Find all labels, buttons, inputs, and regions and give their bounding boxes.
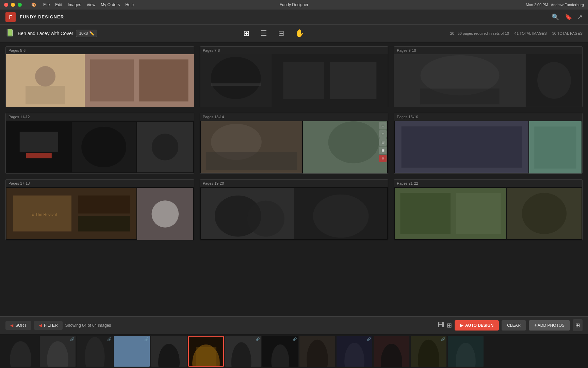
mac-minimize[interactable] (11, 3, 15, 7)
page-13-14-label: Pages 13-14 (200, 113, 388, 121)
svg-point-18 (537, 62, 571, 99)
film-thumb-2[interactable]: 🔗 ★★★★★ ♥ (40, 336, 76, 367)
page-9-10-content[interactable] (394, 54, 582, 107)
overlay-grid-icon[interactable]: ⊞ (379, 138, 387, 146)
link-icon-10: 🔗 (367, 337, 371, 341)
svg-rect-6 (85, 107, 194, 107)
page-9-10: Pages 9-10 (394, 46, 583, 107)
page-5-6-content[interactable] (6, 54, 194, 107)
menu-edit[interactable]: Edit (55, 2, 62, 7)
sort-arrow-icon: ◀ (10, 323, 13, 328)
film-thumb-9[interactable]: ★★★★★ ♥ (299, 336, 335, 367)
total-pages-text: 30 TOTAL PAGES (552, 31, 583, 35)
film-thumb-12[interactable]: 🔗 ★★★★★ ♥ (411, 336, 446, 367)
thumb-2-image: 🔗 (40, 336, 76, 367)
auto-design-button[interactable]: ▶ AUTO DESIGN (455, 320, 499, 331)
svg-rect-12 (283, 62, 324, 99)
main-canvas: Pages 5-6 (0, 42, 588, 316)
film-thumb-5[interactable]: ★★★★★ ♥ (151, 336, 187, 367)
svg-rect-36 (402, 126, 522, 168)
svg-rect-38 (535, 126, 576, 168)
design-view-icon[interactable]: ⊞ (243, 29, 249, 38)
clear-button[interactable]: CLEAR (502, 320, 526, 331)
svg-rect-45 (78, 216, 130, 231)
menu-orders[interactable]: My Orders (101, 2, 120, 7)
mac-time: Mon 2:09 PM (526, 3, 548, 7)
page-19-20-label: Pages 19-20 (200, 180, 388, 187)
list-view-icon[interactable]: ☰ (260, 29, 267, 38)
film-thumb-4[interactable]: 🔗 ★★★★★ ♥ (114, 336, 150, 367)
page-19-20-content[interactable] (200, 187, 388, 240)
filmstrip-icon[interactable]: 🎞 (438, 322, 444, 329)
page-13-14-content[interactable]: ⊕ ⊙ ⊞ ⊟ ✕ (200, 121, 388, 173)
sort-button[interactable]: ◀ SORT (5, 321, 31, 330)
toolbar-stats: 20 - 50 pages required in sets of 10 41 … (450, 31, 583, 35)
menu-view[interactable]: View (86, 2, 95, 7)
drag-icon[interactable]: ✋ (295, 29, 304, 38)
project-name: Ben and Lacey with Cover (18, 31, 73, 36)
overlay-expand-icon[interactable]: ⊕ (379, 122, 387, 129)
svg-point-27 (152, 134, 178, 160)
film-thumb-3[interactable]: 🔗 ★★★★★ ♥ (77, 336, 113, 367)
svg-rect-54 (401, 193, 451, 234)
overlay-layout-icon[interactable]: ⊟ (379, 147, 387, 154)
svg-rect-55 (456, 193, 501, 234)
thumb-6-image (189, 337, 223, 367)
svg-rect-23 (26, 153, 52, 158)
bottom-center-icons: Showing 64 of 64 images (65, 323, 111, 328)
mac-close[interactable] (4, 3, 8, 7)
filter-button[interactable]: ◀ FILTER (34, 321, 62, 330)
svg-point-32 (328, 121, 379, 163)
film-thumb-1[interactable]: ★★★★★ ♥ (3, 336, 38, 367)
menu-file[interactable]: File (43, 2, 50, 7)
film-thumb-8[interactable]: 🔗 ★★★★★ ♥ (262, 336, 298, 367)
size-selector[interactable]: 10x8 ✏️ (76, 30, 97, 37)
svg-point-50 (247, 201, 284, 237)
svg-point-1 (35, 66, 55, 87)
svg-point-25 (82, 127, 127, 167)
thumb-9-image (299, 336, 335, 367)
page-15-16-content[interactable] (394, 121, 582, 173)
grid-view-button[interactable]: ⊞ (573, 319, 583, 331)
overlay-close-icon[interactable]: ✕ (379, 155, 387, 162)
film-thumb-13[interactable]: ★★★★★ ♥ (448, 336, 484, 367)
thumb-10-image: 🔗 (337, 336, 372, 367)
page-7-8: Pages 7-8 (200, 46, 389, 107)
page-7-8-label: Pages 7-8 (200, 47, 388, 54)
page-5-6-label: Pages 5-6 (6, 47, 194, 54)
thumb-13-image (448, 336, 484, 367)
page-7-8-content[interactable] (200, 54, 388, 107)
bookmark-icon[interactable]: 🔖 (565, 13, 572, 21)
page-15-16: Pages 15-16 (394, 113, 583, 174)
pages-required-text: 20 - 50 pages required in sets of 10 (450, 31, 509, 35)
thumb-8-image: 🔗 (262, 336, 298, 367)
page-21-22-content[interactable] (394, 187, 582, 240)
film-thumb-6[interactable]: ★★★★★ ♥ (188, 336, 224, 367)
project-book-icon: 📗 (5, 29, 15, 38)
mac-maximize[interactable] (18, 3, 22, 7)
svg-point-52 (313, 195, 369, 238)
image-count: Showing 64 of 64 images (65, 323, 111, 328)
search-icon[interactable]: 🔍 (552, 13, 559, 21)
mosaic-icon[interactable]: ⊞ (447, 322, 452, 329)
window-title: Fundy Designer (280, 2, 309, 7)
menu-help[interactable]: Help (125, 2, 134, 7)
export-icon[interactable]: ↗ (577, 13, 583, 21)
menu-images[interactable]: Images (68, 2, 81, 7)
page-11-12-content[interactable] (6, 121, 194, 173)
toolbar-center-icons: ⊞ ☰ ⊟ ✋ (100, 29, 447, 38)
link-icon-3: 🔗 (107, 337, 111, 341)
film-thumb-11[interactable]: ★★★★★ ♥ (374, 336, 409, 367)
page-17-18-content[interactable]: To The Revival (6, 187, 194, 240)
thumb-7-image: 🔗 (225, 336, 261, 367)
grid-toggle-icon[interactable]: ⊟ (278, 29, 284, 38)
svg-point-57 (522, 193, 567, 234)
svg-rect-16 (421, 89, 500, 105)
mac-user: Andrew Funderburg (551, 3, 584, 7)
add-photos-button[interactable]: + ADD PHOTOS (529, 320, 570, 331)
overlay-zoom-icon[interactable]: ⊙ (379, 130, 387, 138)
toolbar: 📗 Ben and Lacey with Cover 10x8 ✏️ ⊞ ☰ ⊟… (0, 25, 588, 42)
film-thumb-10[interactable]: 🔗 ★★★★★ ♥ (337, 336, 372, 367)
bottom-toolbar: ◀ SORT ◀ FILTER Showing 64 of 64 images … (0, 316, 588, 334)
film-thumb-7[interactable]: 🔗 ★★★★★ ♥ (225, 336, 261, 367)
